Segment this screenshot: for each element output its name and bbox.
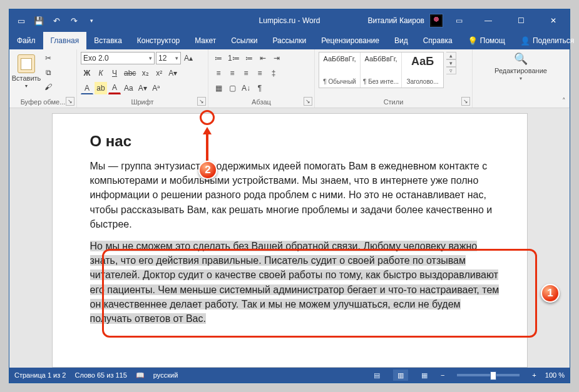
align-center-button[interactable]: ≡ xyxy=(226,67,238,79)
share-button[interactable]: 👤Поделиться xyxy=(513,32,579,49)
numbering-button[interactable]: 1≔ xyxy=(226,52,242,64)
line-spacing-button[interactable]: ‡ xyxy=(267,67,280,79)
sort-button[interactable]: А↓ xyxy=(240,82,252,94)
ribbon-options-icon[interactable]: ▭ xyxy=(448,9,469,32)
strike-button[interactable]: abc xyxy=(122,67,138,79)
proofing-icon[interactable]: 📖 xyxy=(136,371,145,379)
zoom-in-button[interactable]: + xyxy=(532,371,536,379)
title-bar: ▭ 💾 ↶ ↷ ▾ Lumpics.ru - Word Виталий Каир… xyxy=(9,9,570,32)
tab-references[interactable]: Ссылки xyxy=(223,32,265,49)
status-language[interactable]: русский xyxy=(153,371,178,379)
format-painter-button[interactable]: 🖌 xyxy=(42,81,54,93)
tab-help[interactable]: Справка xyxy=(416,32,460,49)
group-styles-label: Стили xyxy=(319,97,468,108)
group-font-label: Шрифт xyxy=(81,97,204,108)
editing-button[interactable]: 🔍 Редактирование ▾ xyxy=(494,52,547,81)
copy-button[interactable]: ⧉ xyxy=(42,66,54,79)
align-right-button[interactable]: ≡ xyxy=(240,67,252,79)
tab-review[interactable]: Рецензирование xyxy=(314,32,387,49)
minimize-button[interactable]: — xyxy=(474,9,502,32)
grow-font-button[interactable]: A▴ xyxy=(182,52,195,64)
tab-home[interactable]: Главная xyxy=(43,32,87,49)
styles-gallery-scroll[interactable]: ▴▾▿ xyxy=(446,52,456,74)
cut-button[interactable]: ✂ xyxy=(42,52,54,64)
zoom-out-button[interactable]: − xyxy=(441,371,444,379)
document-area[interactable]: О нас Мы — группа энтузиастов, одержимых… xyxy=(9,108,570,368)
ribbon: Вставить ▾ ✂ ⧉ 🖌 Буфер обме... ↘ Exo 2.0… xyxy=(9,49,570,108)
shading-button[interactable]: ▦ xyxy=(212,82,225,94)
font-color-button[interactable]: A xyxy=(108,82,121,94)
tell-me[interactable]: 💡Помощ xyxy=(460,32,513,49)
borders-button[interactable]: ▢ xyxy=(226,82,238,94)
paste-label: Вставить xyxy=(12,74,41,82)
font-size-combo[interactable]: 12▾ xyxy=(156,52,181,64)
style-heading1[interactable]: АаБ Заголово... xyxy=(402,53,443,88)
styles-dialog-launcher[interactable]: ↘ xyxy=(461,97,470,106)
user-name[interactable]: Виталий Каиров xyxy=(367,16,424,25)
collapse-ribbon-button[interactable]: ˄ xyxy=(562,97,566,105)
multilevel-button[interactable]: ≔ xyxy=(243,52,255,64)
styles-gallery[interactable]: АаБбВвГг, ¶ Обычный АаБбВвГг, ¶ Без инте… xyxy=(319,52,444,88)
justify-button[interactable]: ≡ xyxy=(254,67,266,79)
read-mode-button[interactable]: ▤ xyxy=(369,369,384,381)
maximize-button[interactable]: ☐ xyxy=(507,9,535,32)
tab-view[interactable]: Вид xyxy=(387,32,416,49)
subscript-button[interactable]: x₂ xyxy=(139,67,151,79)
underline-button[interactable]: Ч xyxy=(108,67,121,79)
web-layout-button[interactable]: ▦ xyxy=(417,369,432,381)
paragraph-dialog-launcher[interactable]: ↘ xyxy=(304,97,312,106)
tab-layout[interactable]: Макет xyxy=(187,32,223,49)
close-button[interactable]: ✕ xyxy=(540,9,567,32)
undo-icon[interactable]: ↶ xyxy=(49,14,63,28)
zoom-level[interactable]: 100 % xyxy=(545,371,565,379)
paste-button[interactable]: Вставить ▾ xyxy=(13,52,39,89)
ribbon-tabs: Файл Главная Вставка Конструктор Макет С… xyxy=(9,32,570,49)
user-avatar[interactable] xyxy=(429,14,443,28)
clear-format-button[interactable]: Aᵃ xyxy=(150,82,163,94)
font-name-combo[interactable]: Exo 2.0▾ xyxy=(81,52,155,64)
clipboard-dialog-launcher[interactable]: ↘ xyxy=(66,97,74,106)
group-clipboard-label: Буфер обме... xyxy=(13,97,73,108)
autosave-icon[interactable]: ▭ xyxy=(14,14,28,28)
shrink-font-button[interactable]: A▾ xyxy=(136,82,149,94)
decrease-indent-button[interactable]: ⇤ xyxy=(257,52,269,64)
style-normal[interactable]: АаБбВвГг, ¶ Обычный xyxy=(319,53,361,88)
font-dialog-launcher[interactable]: ↘ xyxy=(197,97,206,106)
status-bar: Страница 1 из 2 Слово 65 из 115 📖 русски… xyxy=(9,368,570,383)
tab-mailings[interactable]: Рассылки xyxy=(265,32,314,49)
tab-design[interactable]: Конструктор xyxy=(130,32,187,49)
clipboard-icon xyxy=(18,54,35,73)
text-effects-button[interactable]: A▾ xyxy=(167,67,179,79)
redo-icon[interactable]: ↷ xyxy=(67,14,81,28)
window-title: Lumpics.ru - Word xyxy=(259,16,320,25)
print-layout-button[interactable]: ▥ xyxy=(393,369,408,381)
highlight-button[interactable]: ab xyxy=(95,82,107,94)
change-case-button[interactable]: Aa xyxy=(122,82,135,94)
heading[interactable]: О нас xyxy=(90,133,502,150)
superscript-button[interactable]: x² xyxy=(153,67,165,79)
bold-button[interactable]: Ж xyxy=(81,67,93,79)
zoom-slider[interactable] xyxy=(457,374,520,376)
bullets-button[interactable]: ≔ xyxy=(212,52,225,64)
style-no-spacing[interactable]: АаБбВвГг, ¶ Без инте... xyxy=(361,53,402,88)
group-paragraph-label: Абзац xyxy=(212,97,310,108)
tab-file[interactable]: Файл xyxy=(9,32,43,49)
tab-insert[interactable]: Вставка xyxy=(86,32,130,49)
align-left-button[interactable]: ≡ xyxy=(212,67,225,79)
editing-label: Редактирование xyxy=(494,67,547,74)
paragraph-2-selected[interactable]: Но мы не сможем это сделать без Вашей об… xyxy=(90,239,502,326)
italic-button[interactable]: К xyxy=(95,67,107,79)
qat-more-icon[interactable]: ▾ xyxy=(85,14,98,28)
search-icon: 🔍 xyxy=(514,52,528,66)
save-icon[interactable]: 💾 xyxy=(32,14,46,28)
paragraph-1[interactable]: Мы — группа энтузиастов, одержимых идеей… xyxy=(90,159,502,231)
page[interactable]: О нас Мы — группа энтузиастов, одержимых… xyxy=(52,113,528,368)
show-marks-button[interactable]: ¶ xyxy=(254,82,266,94)
increase-indent-button[interactable]: ⇥ xyxy=(270,52,283,64)
status-words[interactable]: Слово 65 из 115 xyxy=(74,371,126,379)
status-page[interactable]: Страница 1 из 2 xyxy=(14,371,66,379)
font-border-button[interactable]: A xyxy=(81,82,93,94)
